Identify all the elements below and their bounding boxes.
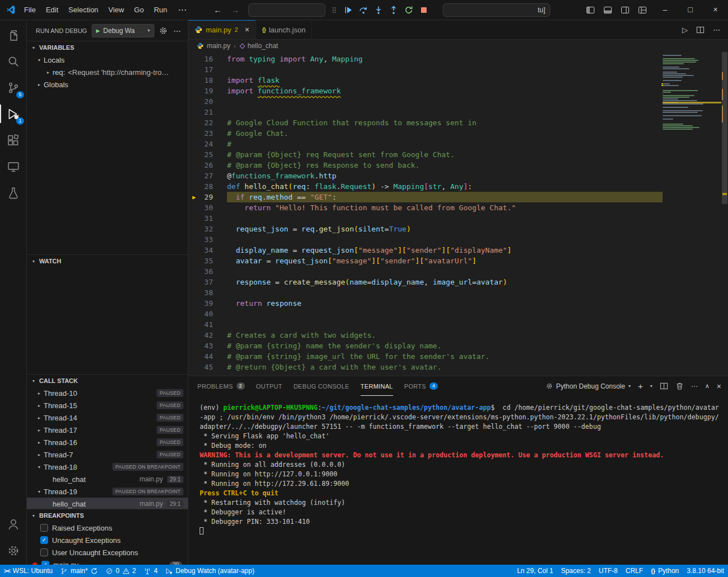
git-branch-status[interactable]: main* xyxy=(56,565,102,577)
tab-launch-json[interactable]: {} launch.json xyxy=(256,20,313,39)
forwarded-ports-status[interactable]: 4 xyxy=(140,565,162,577)
line-number[interactable]: 30 xyxy=(188,202,213,213)
callstack-thread[interactable]: ▸Thread-16PAUSED xyxy=(27,436,188,448)
call-stack-header[interactable]: ▾ CALL STACK xyxy=(27,375,188,387)
minimize-button[interactable]: – xyxy=(653,0,678,20)
restart-icon[interactable] xyxy=(404,6,413,15)
indentation[interactable]: Spaces: 2 xyxy=(557,565,594,577)
activity-source-control[interactable]: 5 xyxy=(0,74,27,101)
line-number[interactable]: 36 xyxy=(188,266,213,277)
problems-status[interactable]: 0 2 xyxy=(102,565,140,577)
tab-output[interactable]: OUTPUT xyxy=(256,376,282,396)
menu-file[interactable]: File xyxy=(19,1,41,20)
code-line-35[interactable]: 35 avatar = request_json["message"]["sen… xyxy=(188,256,663,266)
line-number[interactable]: 23 xyxy=(188,128,213,139)
encoding[interactable]: UTF-8 xyxy=(595,565,622,577)
close-icon[interactable]: × xyxy=(245,25,249,34)
line-number[interactable]: 19 xyxy=(188,86,213,96)
toggle-secondary-sidebar-icon[interactable] xyxy=(621,6,630,15)
breakpoint-row[interactable]: Raised Exceptions xyxy=(27,522,188,534)
line-number[interactable]: 32 xyxy=(188,224,213,234)
customize-layout-icon[interactable] xyxy=(638,6,647,15)
maximize-panel-icon[interactable]: ∧ xyxy=(705,382,710,390)
activity-testing[interactable] xyxy=(0,179,27,206)
kill-terminal-trash-icon[interactable] xyxy=(675,382,684,390)
line-number[interactable]: 35 xyxy=(188,256,213,266)
debug-session-status[interactable]: Debug Watch (avatar-app) xyxy=(162,565,258,577)
language-mode[interactable]: {}Python xyxy=(647,565,683,577)
code-line-23[interactable]: 23# Google Chat. xyxy=(188,128,663,139)
activity-extensions[interactable] xyxy=(0,127,27,153)
breakpoint-checkbox[interactable] xyxy=(40,548,48,556)
breadcrumb-symbol[interactable]: hello_chat xyxy=(248,42,278,50)
code-line-18[interactable]: 18import flask xyxy=(188,75,663,86)
code-line-24[interactable]: 24# xyxy=(188,139,663,149)
code-line-32[interactable]: 32 request_json = req.get_json(silent=Tr… xyxy=(188,224,663,234)
tab-debug-console[interactable]: DEBUG CONSOLE xyxy=(294,376,349,396)
line-number[interactable]: 16 xyxy=(188,54,213,64)
menu-selection[interactable]: Selection xyxy=(63,1,103,20)
line-number[interactable]: 40 xyxy=(188,309,213,319)
line-number[interactable]: 25 xyxy=(188,149,213,160)
tab-problems-panel[interactable]: PROBLEMS2 xyxy=(197,376,245,396)
code-line-21[interactable]: 21 xyxy=(188,107,663,117)
breakpoint-row[interactable]: User Uncaught Exceptions xyxy=(27,546,188,559)
views-more-icon[interactable]: ⋯ xyxy=(172,26,182,35)
line-number[interactable]: 28 xyxy=(188,181,213,192)
editor-more-icon[interactable]: ⋯ xyxy=(713,26,720,34)
menu-run[interactable]: Run xyxy=(149,1,172,20)
code-line-42[interactable]: 42# Creates a card with two widgets. xyxy=(188,330,663,340)
callstack-thread[interactable]: ▸Thread-7PAUSED xyxy=(27,448,188,461)
watch-header[interactable]: ▾ WATCH xyxy=(27,255,188,267)
code-line-17[interactable]: 17 xyxy=(188,64,663,75)
step-over-icon[interactable] xyxy=(359,6,368,15)
line-number[interactable]: 31 xyxy=(188,213,213,224)
debug-config-picker[interactable]: ▶ Debug Wa ▾ xyxy=(92,24,154,37)
code-line-29[interactable]: 29▶ if req.method == "GET": xyxy=(188,192,663,202)
code-line-28[interactable]: 28def hello_chat(req: flask.Request) -> … xyxy=(188,181,663,192)
line-number[interactable]: 27 xyxy=(188,171,213,181)
code-line-38[interactable]: 38 xyxy=(188,287,663,298)
code-line-37[interactable]: 37 response = create_message(name=displa… xyxy=(188,277,663,287)
forward-icon[interactable]: → xyxy=(231,5,239,15)
line-number[interactable]: 43 xyxy=(188,340,213,351)
variables-scope-globals[interactable]: ▸ Globals xyxy=(27,78,188,91)
code-line-31[interactable]: 31 xyxy=(188,213,663,224)
breadcrumb-file[interactable]: main.py xyxy=(207,42,230,50)
line-number[interactable]: 18 xyxy=(188,75,213,86)
activity-accounts[interactable] xyxy=(0,511,27,537)
line-number[interactable]: 33 xyxy=(188,234,213,245)
code-line-36[interactable]: 36 xyxy=(188,266,663,277)
scrollbar-thumb[interactable] xyxy=(722,52,727,204)
code-line-33[interactable]: 33 xyxy=(188,234,663,245)
step-into-icon[interactable] xyxy=(374,6,383,15)
remote-indicator[interactable]: >< WSL: Ubuntu xyxy=(0,565,56,577)
line-number[interactable]: 17 xyxy=(188,64,213,75)
code-line-16[interactable]: 16from typing import Any, Mapping xyxy=(188,54,663,64)
maximize-button[interactable]: □ xyxy=(678,0,703,20)
menu-edit[interactable]: Edit xyxy=(41,1,63,20)
line-number[interactable]: 42 xyxy=(188,330,213,340)
code-line-44[interactable]: 44# @param {string} image_url the URL fo… xyxy=(188,351,663,362)
minimap[interactable] xyxy=(663,52,721,130)
stop-icon[interactable] xyxy=(419,6,428,15)
tab-terminal[interactable]: TERMINAL xyxy=(361,376,393,396)
callstack-thread[interactable]: ▸Thread-17PAUSED xyxy=(27,424,188,436)
split-editor-icon[interactable] xyxy=(696,26,705,34)
code-line-22[interactable]: 22# Google Cloud Function that responds … xyxy=(188,117,663,128)
menu-overflow-icon[interactable]: ⋯ xyxy=(172,1,192,20)
terminal-output[interactable]: (env) pierrick@LAPTOP-HKU5PNNG:~/git/goo… xyxy=(188,396,728,565)
line-number[interactable]: 39 xyxy=(188,298,213,309)
breakpoint-checkbox[interactable]: ✓ xyxy=(41,561,49,565)
activity-remote-explorer[interactable] xyxy=(0,153,27,179)
close-panel-icon[interactable]: × xyxy=(717,382,721,391)
callstack-thread[interactable]: ▸Thread-15PAUSED xyxy=(27,399,188,412)
menu-go[interactable]: Go xyxy=(129,1,149,20)
command-center-search[interactable] xyxy=(248,3,325,17)
editor[interactable]: 16from typing import Any, Mapping1718imp… xyxy=(188,52,728,376)
callstack-thread[interactable]: ▸Thread-10PAUSED xyxy=(27,387,188,399)
terminal-selector[interactable]: Python Debug Console ▾ xyxy=(546,382,631,390)
tab-main-py[interactable]: main.py 2 × xyxy=(188,20,256,39)
activity-run-and-debug[interactable]: 1 xyxy=(0,101,27,127)
new-terminal-icon[interactable]: + xyxy=(638,381,643,391)
